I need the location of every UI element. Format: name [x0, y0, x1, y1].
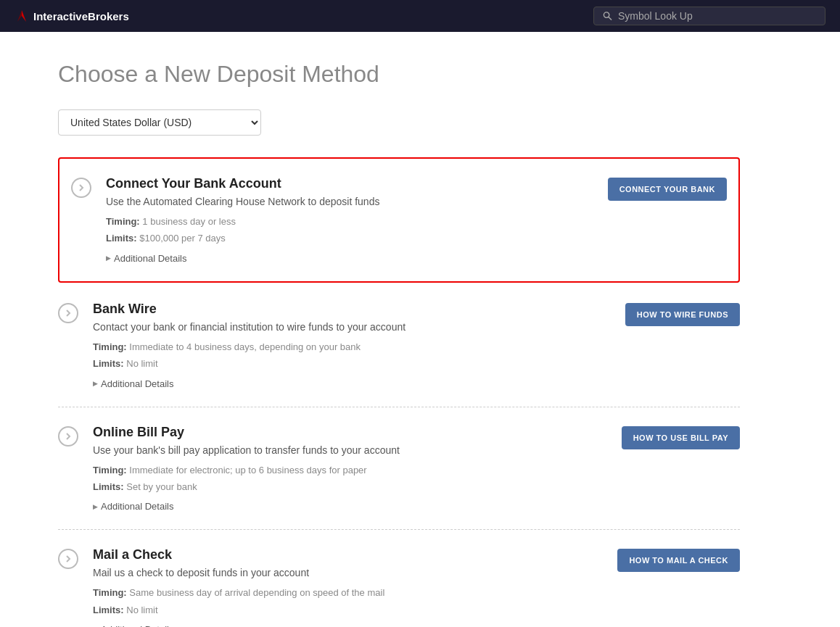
- search-input[interactable]: [618, 10, 816, 22]
- triangle-icon-bill-pay: ▶: [93, 503, 98, 510]
- timing-label-bank-account: Timing:: [106, 216, 140, 227]
- deposit-meta-bill-pay: Timing: Immediate for electronic; up to …: [93, 462, 607, 496]
- timing-value-bank-wire: Immediate to 4 business days, depending …: [129, 341, 361, 352]
- action-button-bank-wire[interactable]: HOW TO WIRE FUNDS: [625, 303, 740, 326]
- deposit-title-bank-wire: Bank Wire: [93, 302, 611, 317]
- additional-details-label-bill-pay: Additional Details: [101, 501, 173, 512]
- action-button-mail-check[interactable]: HOW TO MAIL A CHECK: [617, 549, 740, 572]
- logo-text: InteractiveBrokers: [33, 10, 129, 22]
- deposit-title-bill-pay: Online Bill Pay: [93, 425, 607, 440]
- additional-details-bill-pay[interactable]: ▶ Additional Details: [93, 501, 607, 512]
- chevron-button-bank-account[interactable]: [71, 178, 91, 198]
- chevron-icon: [65, 309, 71, 317]
- deposit-desc-bank-wire: Contact your bank or financial instituti…: [93, 321, 611, 333]
- header: InteractiveBrokers: [0, 0, 840, 32]
- chevron-button-mail-check[interactable]: [58, 549, 78, 569]
- timing-value-mail-check: Same business day of arrival depending o…: [129, 587, 384, 598]
- limits-label-mail-check: Limits:: [93, 605, 124, 615]
- limits-value-bank-account: $100,000 per 7 days: [139, 233, 226, 244]
- timing-value-bank-account: 1 business day or less: [142, 216, 236, 227]
- timing-label-bank-wire: Timing:: [93, 341, 127, 352]
- limits-label-bill-pay: Limits:: [93, 481, 124, 492]
- timing-value-bill-pay: Immediate for electronic; up to 6 busine…: [129, 465, 366, 476]
- page-title: Choose a New Deposit Method: [58, 61, 740, 88]
- deposit-list: Connect Your Bank Account Use the Automa…: [58, 157, 740, 627]
- deposit-info-mail-check: Mail a Check Mail us a check to deposit …: [93, 547, 603, 627]
- deposit-meta-bank-account: Timing: 1 business day or less Limits: $…: [106, 213, 593, 247]
- deposit-info-bill-pay: Online Bill Pay Use your bank's bill pay…: [93, 425, 607, 512]
- logo: InteractiveBrokers: [15, 9, 129, 23]
- currency-selector[interactable]: United States Dollar (USD) Euro (EUR) Br…: [58, 109, 740, 136]
- chevron-button-bill-pay[interactable]: [58, 426, 78, 447]
- deposit-item-bank-wire: Bank Wire Contact your bank or financial…: [58, 284, 740, 407]
- deposit-item-bank-account: Connect Your Bank Account Use the Automa…: [58, 157, 740, 283]
- additional-details-mail-check[interactable]: ▶ Additional Details: [93, 624, 603, 627]
- deposit-desc-bank-account: Use the Automated Clearing House Network…: [106, 196, 593, 207]
- main-content: Choose a New Deposit Method United State…: [0, 32, 798, 627]
- additional-details-bank-wire[interactable]: ▶ Additional Details: [93, 378, 611, 389]
- search-icon: [603, 11, 612, 21]
- limits-value-bill-pay: Set by your bank: [126, 481, 197, 492]
- limits-value-bank-wire: No limit: [126, 358, 157, 369]
- additional-details-label-bank-account: Additional Details: [114, 253, 186, 264]
- deposit-meta-mail-check: Timing: Same business day of arrival dep…: [93, 584, 603, 618]
- svg-line-3: [609, 17, 612, 20]
- chevron-icon: [65, 555, 71, 563]
- additional-details-bank-account[interactable]: ▶ Additional Details: [106, 253, 593, 264]
- action-button-bill-pay[interactable]: HOW TO USE BILL PAY: [622, 426, 740, 449]
- triangle-icon-bank-account: ▶: [106, 254, 111, 262]
- svg-point-2: [604, 12, 609, 17]
- deposit-item-bill-pay: Online Bill Pay Use your bank's bill pay…: [58, 407, 740, 531]
- timing-label-mail-check: Timing:: [93, 587, 127, 598]
- timing-label-bill-pay: Timing:: [93, 465, 127, 476]
- deposit-info-bank-wire: Bank Wire Contact your bank or financial…: [93, 302, 611, 389]
- chevron-icon: [78, 183, 84, 192]
- deposit-title-mail-check: Mail a Check: [93, 547, 603, 562]
- deposit-title-bank-account: Connect Your Bank Account: [106, 176, 593, 191]
- chevron-icon: [65, 432, 71, 441]
- limits-label-bank-account: Limits:: [106, 233, 137, 244]
- search-bar[interactable]: [593, 7, 825, 25]
- limits-label-bank-wire: Limits:: [93, 358, 124, 369]
- chevron-button-bank-wire[interactable]: [58, 303, 78, 323]
- deposit-desc-mail-check: Mail us a check to deposit funds in your…: [93, 567, 603, 578]
- additional-details-label-bank-wire: Additional Details: [101, 378, 173, 389]
- logo-icon: [15, 9, 29, 23]
- deposit-meta-bank-wire: Timing: Immediate to 4 business days, de…: [93, 339, 611, 373]
- additional-details-label-mail-check: Additional Details: [101, 624, 173, 627]
- deposit-desc-bill-pay: Use your bank's bill pay application to …: [93, 444, 607, 456]
- triangle-icon-bank-wire: ▶: [93, 380, 98, 387]
- deposit-item-mail-check: Mail a Check Mail us a check to deposit …: [58, 530, 740, 627]
- currency-dropdown[interactable]: United States Dollar (USD) Euro (EUR) Br…: [58, 109, 261, 136]
- limits-value-mail-check: No limit: [126, 605, 157, 615]
- svg-marker-0: [22, 10, 26, 22]
- action-button-bank-account[interactable]: CONNECT YOUR BANK: [608, 178, 727, 201]
- svg-marker-1: [17, 10, 22, 22]
- deposit-info-bank-account: Connect Your Bank Account Use the Automa…: [106, 176, 593, 264]
